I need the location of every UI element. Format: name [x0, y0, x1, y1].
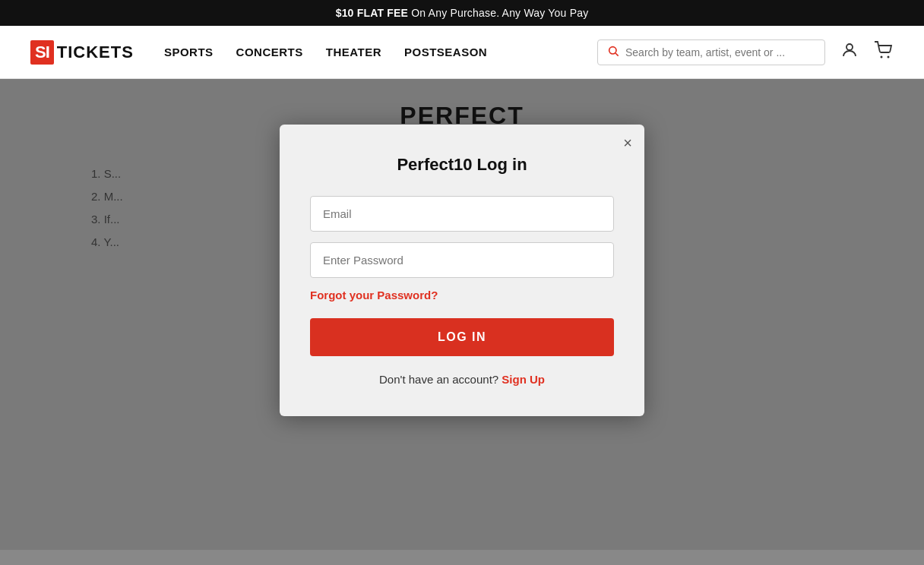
nav-item-concerts[interactable]: CONCERTS — [236, 46, 303, 58]
header-icons — [840, 41, 894, 64]
main-nav: SPORTS CONCERTS THEATER POSTSEASON — [164, 46, 597, 58]
modal-overlay: × Perfect10 Log in Forgot your Password?… — [0, 79, 924, 550]
banner-regular: On Any Purchase. Any Way You Pay — [408, 7, 588, 19]
password-field[interactable] — [310, 242, 614, 278]
modal-close-button[interactable]: × — [623, 135, 632, 150]
account-icon[interactable] — [840, 41, 859, 64]
logo[interactable]: SI TICKETS — [30, 40, 134, 65]
svg-line-1 — [615, 53, 619, 56]
svg-point-3 — [881, 55, 883, 58]
svg-point-0 — [609, 46, 616, 53]
login-modal: × Perfect10 Log in Forgot your Password?… — [280, 125, 644, 416]
email-field[interactable] — [310, 196, 614, 232]
login-button[interactable]: LOG IN — [310, 318, 614, 356]
header: SI TICKETS SPORTS CONCERTS THEATER POSTS… — [0, 26, 924, 79]
banner-bold: $10 FLAT FEE — [336, 7, 409, 19]
forgot-password-link[interactable]: Forgot your Password? — [310, 289, 438, 301]
search-input[interactable] — [625, 46, 815, 58]
search-bar — [597, 39, 825, 65]
page-background: PERFECT 10 1. S... 2. M... 3. If... 4. Y… — [0, 79, 924, 550]
svg-point-4 — [888, 55, 890, 58]
logo-tickets: TICKETS — [57, 43, 134, 62]
nav-item-sports[interactable]: SPORTS — [164, 46, 214, 58]
signup-link[interactable]: Sign Up — [502, 373, 545, 386]
modal-title: Perfect10 Log in — [310, 155, 614, 175]
top-banner: $10 FLAT FEE On Any Purchase. Any Way Yo… — [0, 0, 924, 26]
logo-si: SI — [30, 40, 54, 65]
signup-text: Don't have an account? Sign Up — [310, 373, 614, 386]
nav-item-theater[interactable]: THEATER — [326, 46, 381, 58]
nav-item-postseason[interactable]: POSTSEASON — [404, 46, 487, 58]
cart-icon[interactable] — [874, 41, 894, 64]
search-icon — [607, 45, 619, 60]
svg-point-2 — [846, 44, 853, 50]
